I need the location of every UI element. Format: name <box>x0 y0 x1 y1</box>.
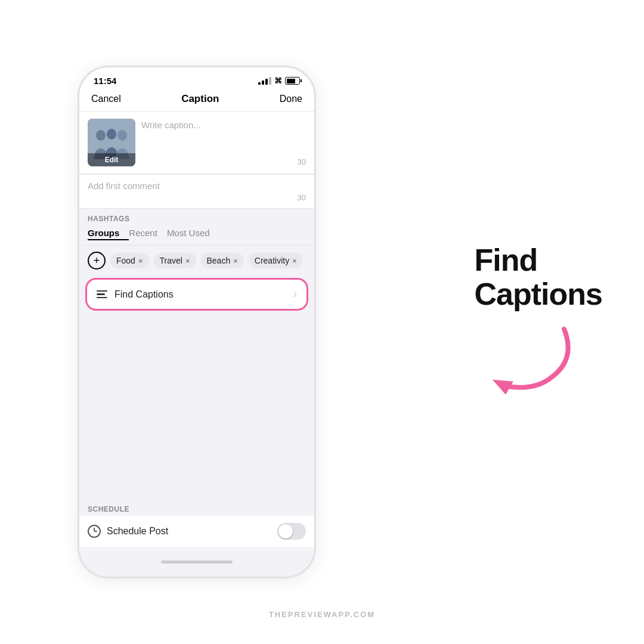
watermark: THEPREVIEWAPP.COM <box>269 610 375 619</box>
status-icons: ⌘ <box>258 76 300 85</box>
annotation: Find Captions <box>475 243 602 401</box>
wifi-icon: ⌘ <box>274 76 282 85</box>
svg-point-3 <box>117 130 127 141</box>
list-icon <box>97 290 107 299</box>
hashtag-tabs: Groups Recent Most Used <box>79 225 314 246</box>
annotation-line1: Find <box>475 243 538 277</box>
comment-area[interactable]: Add first comment 30 <box>79 174 314 209</box>
cancel-button[interactable]: Cancel <box>91 94 121 104</box>
scene: 11:54 ⌘ Cancel Caption <box>0 0 644 644</box>
nav-bar: Cancel Caption Done <box>79 89 314 112</box>
caption-input-area[interactable]: Write caption... 30 <box>141 119 306 166</box>
phone-screen: 11:54 ⌘ Cancel Caption <box>79 67 314 577</box>
svg-point-1 <box>96 130 106 141</box>
tag-food-label: Food <box>116 256 135 265</box>
chevron-right-icon: › <box>293 288 297 301</box>
hashtags-label: HASHTAGS <box>79 209 314 225</box>
tag-creativity-label: Creativity <box>255 256 289 265</box>
tag-travel[interactable]: Travel × <box>154 253 196 268</box>
comment-placeholder[interactable]: Add first comment <box>88 181 306 191</box>
clock-icon <box>88 525 101 538</box>
annotation-line2: Captions <box>475 277 602 311</box>
tag-beach-remove[interactable]: × <box>233 256 238 265</box>
add-tag-button[interactable]: + <box>88 252 106 270</box>
schedule-post-label: Schedule Post <box>107 526 168 537</box>
home-bar <box>161 561 233 564</box>
tag-food-remove[interactable]: × <box>138 256 143 265</box>
tag-food[interactable]: Food × <box>110 253 149 268</box>
phone-shell: 11:54 ⌘ Cancel Caption <box>78 66 316 578</box>
caption-placeholder[interactable]: Write caption... <box>141 119 306 130</box>
home-indicator <box>79 547 314 577</box>
signal-icon <box>258 77 271 85</box>
tag-beach-label: Beach <box>207 256 231 265</box>
tag-creativity-remove[interactable]: × <box>292 256 297 265</box>
find-captions-button[interactable]: Find Captions › <box>85 278 308 311</box>
done-button[interactable]: Done <box>280 94 302 104</box>
edit-overlay[interactable]: Edit <box>88 153 135 166</box>
schedule-row: Schedule Post <box>79 516 314 547</box>
caption-char-count: 30 <box>141 140 306 166</box>
page-title: Caption <box>181 93 219 105</box>
schedule-label: SCHEDULE <box>79 500 314 516</box>
find-captions-label: Find Captions <box>114 289 174 300</box>
tab-groups[interactable]: Groups <box>88 225 129 240</box>
schedule-section: SCHEDULE Schedule Post <box>79 496 314 547</box>
tab-most-used[interactable]: Most Used <box>167 225 219 240</box>
arrow-icon <box>469 323 576 401</box>
caption-area: Edit Write caption... 30 <box>79 112 314 174</box>
battery-icon <box>285 77 300 85</box>
schedule-toggle[interactable] <box>277 523 306 540</box>
photo-thumbnail[interactable]: Edit <box>88 119 135 166</box>
comment-char-count: 30 <box>88 191 306 206</box>
status-time: 11:54 <box>94 76 116 86</box>
schedule-left: Schedule Post <box>88 525 168 538</box>
tag-creativity[interactable]: Creativity × <box>249 253 303 268</box>
find-captions-left: Find Captions <box>97 289 174 300</box>
tag-travel-label: Travel <box>160 256 182 265</box>
svg-point-2 <box>107 129 116 140</box>
tag-travel-remove[interactable]: × <box>185 256 190 265</box>
status-bar: 11:54 ⌘ <box>79 67 314 89</box>
toggle-knob <box>278 524 293 538</box>
tab-recent[interactable]: Recent <box>129 225 167 240</box>
tag-beach[interactable]: Beach × <box>201 253 244 268</box>
tag-chips-row: + Food × Travel × Beach × Creativity <box>79 246 314 275</box>
hashtags-section: HASHTAGS Groups Recent Most Used + Food … <box>79 209 314 496</box>
